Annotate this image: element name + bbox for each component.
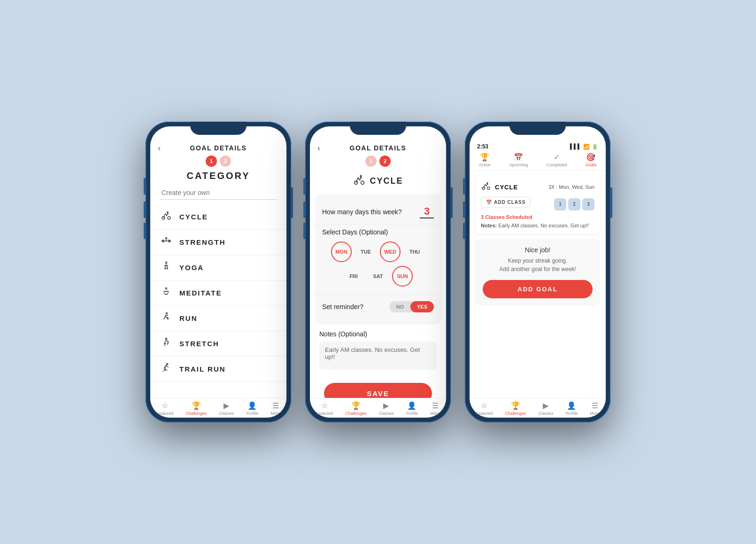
scheduled-link[interactable]: 3 Classes Scheduled <box>481 214 594 220</box>
nav-profile-3[interactable]: 👤 Profile <box>566 401 578 416</box>
category-item-yoga[interactable]: YOGA <box>150 255 286 280</box>
nav-featured-label-1: Featured <box>156 411 173 416</box>
day-thu[interactable]: THU <box>404 241 425 262</box>
nav-classes-label-2: Classes <box>378 411 393 416</box>
class-dot-1: 1 <box>554 198 566 210</box>
nav-more-1[interactable]: ☰ More <box>270 401 280 416</box>
category-item-cycle[interactable]: CYCLE <box>150 204 286 230</box>
day-wed[interactable]: WED <box>380 241 401 262</box>
add-class-button[interactable]: 📅 ADD CLASS <box>481 197 531 208</box>
nav-classes-2[interactable]: ▶ Classes <box>378 401 393 416</box>
signal-icon: ▍▍▍ <box>570 144 581 150</box>
tab-goals[interactable]: 🎯 Goals <box>586 153 597 167</box>
classes-icon-3: ▶ <box>543 401 548 410</box>
tab-upcoming[interactable]: 📅 Upcoming <box>509 153 528 167</box>
nav-classes-3[interactable]: ▶ Classes <box>538 401 553 416</box>
reminder-toggle[interactable]: NO YES <box>389 301 434 312</box>
goal-notes: Notes: Early AM classes. No excuses. Get… <box>481 223 594 228</box>
nav-profile-1[interactable]: 👤 Profile <box>247 401 259 416</box>
nav-challenges-label-1: Challenges <box>185 411 207 416</box>
nav-featured-label-2: Featured <box>316 411 333 416</box>
nav-challenges-label-2: Challenges <box>345 411 366 416</box>
tab-completed[interactable]: ✓ Completed <box>547 153 567 167</box>
notes-section: Notes (Optional) Early AM classes. No ex… <box>310 330 446 375</box>
step-1-dot-1[interactable]: 1 <box>206 155 217 167</box>
nav-classes-label-1: Classes <box>219 411 234 416</box>
more-icon-1: ☰ <box>272 401 279 410</box>
nav-featured-3[interactable]: ☆ Featured <box>476 401 493 416</box>
svg-point-13 <box>487 187 490 190</box>
active-tab-label: Active <box>479 163 491 167</box>
step-1-dot-2[interactable]: 1 <box>365 155 377 167</box>
toggle-yes[interactable]: YES <box>410 301 434 312</box>
cycle-icon <box>160 210 173 224</box>
step-2-dot-1[interactable]: 2 <box>220 155 231 167</box>
time-display: 2:53 <box>477 143 488 150</box>
nav-more-3[interactable]: ☰ More <box>590 401 600 416</box>
nav-more-label-3: More <box>590 411 600 416</box>
nav-more-2[interactable]: ☰ More <box>430 401 440 416</box>
nav-featured-1[interactable]: ☆ Featured <box>156 401 173 416</box>
profile-icon-3: 👤 <box>567 401 576 410</box>
featured-icon-3: ☆ <box>481 401 487 410</box>
svg-point-2 <box>167 212 168 213</box>
svg-point-9 <box>355 181 358 184</box>
back-button-2[interactable]: ‹ <box>317 143 320 153</box>
completed-tab-label: Completed <box>547 163 567 167</box>
status-bar: 2:53 ▍▍▍ 📶 🔋 <box>470 140 606 151</box>
days-question-label: How many days this week? <box>322 208 402 216</box>
select-days-label: Select Days (Optional) <box>322 225 434 241</box>
nav-featured-label-3: Featured <box>476 411 493 416</box>
day-fri[interactable]: FRI <box>343 266 364 287</box>
step-2-dot-2[interactable]: 2 <box>379 155 391 167</box>
add-goal-button[interactable]: ADD GOAL <box>483 280 593 298</box>
category-item-stretch[interactable]: STRETCH <box>150 331 286 357</box>
day-tue[interactable]: TUE <box>355 241 376 262</box>
classes-icon-1: ▶ <box>224 401 229 410</box>
nav-featured-2[interactable]: ☆ Featured <box>316 401 333 416</box>
day-sat[interactable]: SAT <box>368 266 388 287</box>
step-indicators-1: 1 2 <box>150 155 286 167</box>
category-item-run[interactable]: RUN <box>150 306 286 331</box>
goal-schedule: 3X : Mon, Wed, Sun <box>548 184 594 190</box>
notch-2 <box>350 122 406 135</box>
trail-run-icon <box>160 362 173 376</box>
svg-point-14 <box>487 182 488 183</box>
motivation-title: Nice job! <box>483 246 593 254</box>
category-label: CATEGORY <box>150 171 286 181</box>
create-own-input[interactable] <box>160 186 277 200</box>
notes-box[interactable]: Early AM classes. No excuses. Get up!! <box>319 342 437 370</box>
class-dots: 1 2 3 <box>554 198 594 210</box>
active-tab-icon: 🏆 <box>480 153 489 162</box>
save-button[interactable]: SAVE <box>324 383 432 398</box>
nav-profile-label-3: Profile <box>566 411 578 416</box>
category-item-trail-run[interactable]: TRAIL RUN <box>150 357 286 382</box>
challenges-icon-3: 🏆 <box>511 401 520 410</box>
featured-icon-1: ☆ <box>162 401 168 410</box>
days-number[interactable]: 3 <box>420 205 434 218</box>
nav-profile-2[interactable]: 👤 Profile <box>406 401 418 416</box>
day-mon[interactable]: MON <box>331 241 352 262</box>
nav-more-label-1: More <box>270 411 280 416</box>
nav-classes-1[interactable]: ▶ Classes <box>219 401 234 416</box>
goal-cycle-icon <box>481 181 491 193</box>
wifi-icon: 📶 <box>583 144 590 150</box>
category-item-meditate[interactable]: MEDITATE <box>150 280 286 306</box>
back-button-1[interactable]: ‹ <box>158 143 161 153</box>
day-sun[interactable]: SUN <box>392 266 413 287</box>
tab-active[interactable]: 🏆 Active <box>479 153 491 167</box>
nav-challenges-3[interactable]: 🏆 Challenges <box>505 401 526 416</box>
activity-title: CYCLE <box>370 176 403 186</box>
nav-challenges-1[interactable]: 🏆 Challenges <box>185 401 207 416</box>
toggle-no[interactable]: NO <box>389 301 410 312</box>
nav-challenges-2[interactable]: 🏆 Challenges <box>345 401 366 416</box>
phone-1: ‹ GOAL DETAILS 1 2 CATEGORY <box>146 122 291 422</box>
nav-challenges-label-3: Challenges <box>505 411 526 416</box>
category-item-strength[interactable]: STRENGTH <box>150 230 286 255</box>
profile-icon-1: 👤 <box>247 401 257 410</box>
category-list: CYCLE STRENGTH <box>150 204 286 382</box>
notch-1 <box>190 122 247 135</box>
cycle-header: CYCLE <box>310 171 446 194</box>
strength-icon <box>160 235 173 249</box>
yoga-icon <box>160 261 173 274</box>
